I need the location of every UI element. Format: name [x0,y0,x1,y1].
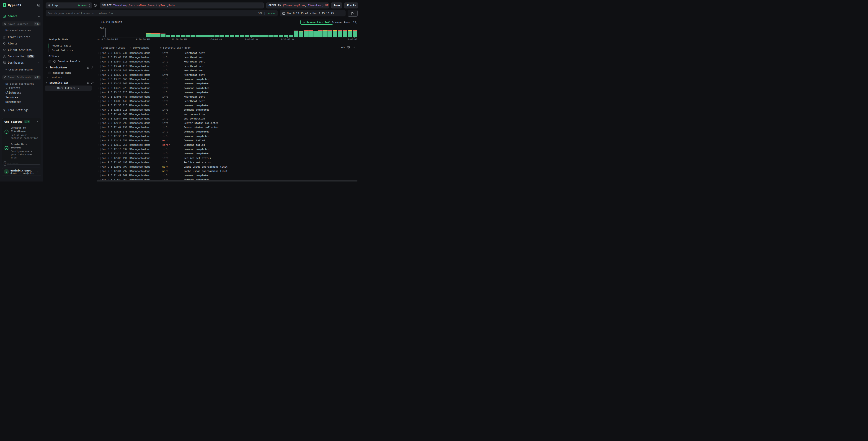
column-header-body[interactable]: ⠿Body [181,46,191,49]
chart-bar[interactable] [264,35,269,37]
chart-bar[interactable] [230,35,234,35]
expand-row-icon[interactable] [98,144,100,146]
table-row[interactable]: Mar 9 3:12:55.215 PMmongodb-demoinfocomm… [97,104,358,108]
column-header-servicename[interactable]: ⠿ServiceName [130,46,149,49]
chart-bar[interactable] [215,35,219,35]
filter-group-servicename[interactable]: ServiceName [45,66,94,69]
more-filters-button[interactable]: More filters [45,86,92,91]
chart-bar[interactable] [220,35,224,35]
chart-bar[interactable] [338,30,342,31]
chart-bar[interactable] [254,35,259,35]
source-selector[interactable]: Logs Schema [45,2,92,8]
expand-row-icon[interactable] [98,179,100,180]
alerts-button[interactable]: Alerts [344,2,358,8]
chart-bar[interactable] [323,31,328,37]
drag-handle-icon[interactable]: ⠿ [130,47,131,49]
chart-bar[interactable] [181,35,185,37]
expand-row-icon[interactable] [98,65,100,67]
chart-bar[interactable] [338,31,342,31]
code-view-icon[interactable]: </> [341,46,344,49]
chart-bar[interactable] [299,31,303,31]
run-query-button[interactable] [348,10,358,17]
filter-group-severitytext[interactable]: SeverityText [45,81,94,84]
expand-row-icon[interactable] [98,69,100,72]
chart-bar[interactable] [294,31,298,37]
table-row[interactable]: Mar 9 3:12:06.491 PMmongodb-demoinfoRepl… [97,160,358,165]
get-started-step-connect[interactable]: Connect to ClickHouse Set up your databa… [4,126,39,140]
sidebar-item-dashboards[interactable]: Dashboards [0,60,43,66]
chart-bar[interactable] [299,31,303,31]
chart-bar[interactable] [206,35,210,35]
chart-bar[interactable] [254,35,259,37]
chart-bar[interactable] [274,35,278,37]
expand-row-icon[interactable] [98,166,100,168]
chart-bar[interactable] [195,35,200,35]
chart-bar[interactable] [171,35,175,37]
chart-bar[interactable] [259,35,264,37]
chart-bar[interactable] [181,35,185,35]
chart-bar[interactable] [284,35,288,35]
table-row[interactable]: Mar 9 3:12:01.797 PMmongodb-demowarnCach… [97,165,358,169]
chart-bar[interactable] [186,35,190,35]
chart-bar[interactable] [225,35,229,35]
select-clause-input[interactable]: SELECT Timestamp,ServiceName,SeverityTex… [100,2,264,8]
chart-bar[interactable] [250,35,254,37]
chart-bar[interactable] [348,30,352,30]
chart-bar[interactable] [176,35,180,35]
table-row[interactable]: Mar 9 3:13:39.143 PMmongodb-demoinfoHear… [97,69,358,73]
table-row[interactable]: Mar 9 3:13:39.143 PMmongodb-demoinfoHear… [97,73,358,77]
table-row[interactable]: Mar 9 3:12:19.258 PMmongodb-demoerrorCom… [97,143,358,147]
chart-bar[interactable] [333,31,337,37]
chart-bar[interactable] [235,35,239,35]
table-row[interactable]: Mar 9 3:13:49.731 PMmongodb-demoinfoHear… [97,51,358,55]
chart-bar[interactable] [161,33,165,34]
table-row[interactable]: Mar 9 3:12:44.299 PMmongodb-demoinfoServ… [97,121,358,125]
preset-kubernetes[interactable]: Kubernetes [5,100,21,104]
table-row[interactable]: Mar 9 3:13:28.660 PMmongodb-demoinfocomm… [97,77,358,82]
sidebar-item-client-sessions[interactable]: Client Sessions [0,47,43,53]
chart-bar[interactable] [308,31,313,37]
chart-bar[interactable] [161,34,165,37]
chart-bar[interactable] [284,35,288,35]
filter-option-mongodb-demo[interactable]: mongodb-demo [49,71,94,74]
chart-bar[interactable] [313,31,318,31]
chart-toggle-icon[interactable] [86,66,89,69]
chart-bar[interactable] [186,35,190,37]
table-row[interactable]: Mar 9 3:12:33.175 PMmongodb-demoinfocomm… [97,130,358,134]
chart-bar[interactable] [245,35,249,35]
saved-searches-input[interactable]: Saved Searches ⌘ K [2,22,41,26]
column-header-severitytext[interactable]: ⠿SeverityText [160,46,181,49]
expand-row-icon[interactable] [98,109,100,111]
chart-bar[interactable] [176,35,180,35]
chart-bar[interactable] [245,35,249,37]
load-more-button[interactable]: Load more [47,76,94,79]
chevron-up-icon[interactable] [36,121,39,123]
expand-row-icon[interactable] [98,117,100,120]
chart-bar[interactable] [166,35,170,35]
filter-option-checkbox[interactable] [49,71,51,74]
expand-row-icon[interactable] [98,126,100,128]
chart-bar[interactable] [318,31,322,37]
table-row[interactable]: Mar 9 3:11:49.769 PMmongodb-demoinfocomm… [97,178,358,180]
chart-bar[interactable] [146,33,151,33]
chart-bar[interactable] [348,30,352,31]
table-row[interactable]: Mar 9 3:12:33.175 PMmongodb-demoinfocomm… [97,134,358,139]
chart-bar[interactable] [210,35,215,37]
table-row[interactable]: Mar 9 3:13:28.660 PMmongodb-demoinfocomm… [97,82,358,86]
table-row[interactable]: Mar 9 3:12:44.506 PMmongodb-demoinfoend … [97,117,358,121]
help-button[interactable]: ? [3,161,7,166]
download-icon[interactable] [352,46,355,49]
chart-bar[interactable] [264,35,269,35]
table-row[interactable]: Mar 9 3:12:01.797 PMmongodb-demowarnCach… [97,169,358,174]
expand-row-icon[interactable] [98,82,100,85]
chart-bar[interactable] [215,35,219,37]
chart-bar[interactable] [279,35,283,37]
chart-bar[interactable] [304,31,308,37]
chart-bar[interactable] [220,35,224,35]
chart-bar[interactable] [171,35,175,35]
chart-bar[interactable] [333,30,337,30]
chart-bar[interactable] [146,33,151,37]
chart-bar[interactable] [200,35,205,35]
chart-bar[interactable] [200,35,205,35]
chart-bar[interactable] [191,35,195,37]
